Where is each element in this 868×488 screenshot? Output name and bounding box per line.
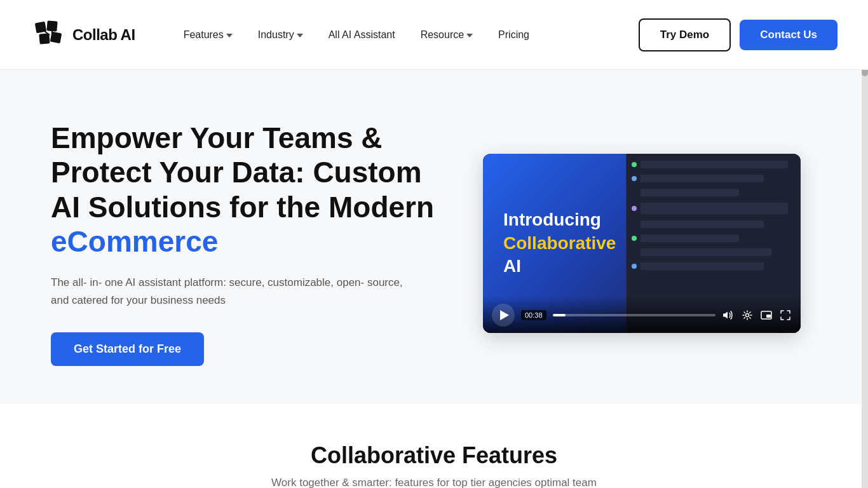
nav-actions: Try Demo Contact Us — [639, 18, 837, 51]
mockup-dot-green2 — [632, 236, 637, 241]
mockup-dot-blue — [632, 176, 637, 181]
logo-link[interactable]: Collab AI — [31, 17, 135, 53]
mockup-bar-medium — [641, 175, 764, 182]
mockup-bar-medium3 — [641, 262, 764, 270]
logo-icon — [31, 17, 66, 53]
hero-right: Introducing Collaborative AI — [483, 154, 801, 332]
settings-icon[interactable] — [741, 309, 754, 322]
logo-text: Collab AI — [72, 26, 135, 44]
navbar: Collab AI Features Industry All AI Assis… — [0, 0, 868, 70]
features-section: Collaborative Features Work together & s… — [0, 404, 868, 488]
nav-features[interactable]: Features — [173, 24, 243, 46]
nav-all-ai[interactable]: All AI Assistant — [318, 24, 405, 46]
hero-highlight: eCommerce — [51, 225, 218, 258]
hero-section: Empower Your Teams & Protect Your Data: … — [0, 70, 868, 404]
resource-chevron-icon — [466, 34, 473, 37]
scrollbar[interactable] — [862, 0, 868, 488]
hero-subtitle: The all- in- one AI assistant platform: … — [51, 274, 407, 309]
mockup-bar-short — [641, 189, 739, 196]
mockup-dot-blue2 — [632, 264, 637, 269]
nav-resource[interactable]: Resource — [410, 24, 483, 46]
mockup-bar-wide — [641, 248, 771, 256]
industry-chevron-icon — [297, 34, 303, 37]
play-button[interactable] — [492, 304, 515, 327]
mockup-bar-short2 — [641, 234, 739, 242]
mockup-dot-purple — [632, 206, 637, 211]
svg-rect-2 — [39, 33, 50, 44]
video-progress-fill — [553, 314, 566, 316]
nav-pricing[interactable]: Pricing — [488, 24, 539, 46]
svg-rect-8 — [766, 315, 771, 318]
mockup-bar-tall — [641, 203, 788, 214]
svg-point-6 — [746, 313, 749, 316]
try-demo-button[interactable]: Try Demo — [639, 18, 731, 51]
play-icon — [500, 310, 509, 320]
pip-icon[interactable] — [760, 309, 773, 322]
video-time-badge: 00:38 — [521, 310, 546, 320]
video-ctrl-icons — [722, 309, 792, 322]
hero-left: Empower Your Teams & Protect Your Data: … — [51, 121, 445, 366]
features-subtitle: Work together & smarter: features for to… — [51, 477, 817, 488]
nav-industry[interactable]: Industry — [248, 24, 313, 46]
features-chevron-icon — [226, 34, 233, 37]
fullscreen-icon[interactable] — [779, 309, 792, 322]
video-progress-bar[interactable] — [553, 314, 715, 316]
features-title: Collaborative Features — [51, 442, 817, 469]
mockup-dot-green — [632, 162, 637, 167]
video-intro-text: Introducing Collaborative AI — [503, 208, 616, 278]
volume-icon[interactable] — [722, 309, 735, 322]
video-player[interactable]: Introducing Collaborative AI — [483, 154, 801, 332]
hero-title: Empower Your Teams & Protect Your Data: … — [51, 121, 445, 259]
contact-us-button[interactable]: Contact Us — [740, 20, 837, 50]
nav-links: Features Industry All AI Assistant Resou… — [173, 24, 639, 46]
mockup-bar-medium2 — [641, 220, 764, 228]
get-started-button[interactable]: Get Started for Free — [51, 332, 204, 366]
video-controls: 00:38 — [483, 296, 801, 333]
mockup-bar — [641, 161, 788, 168]
